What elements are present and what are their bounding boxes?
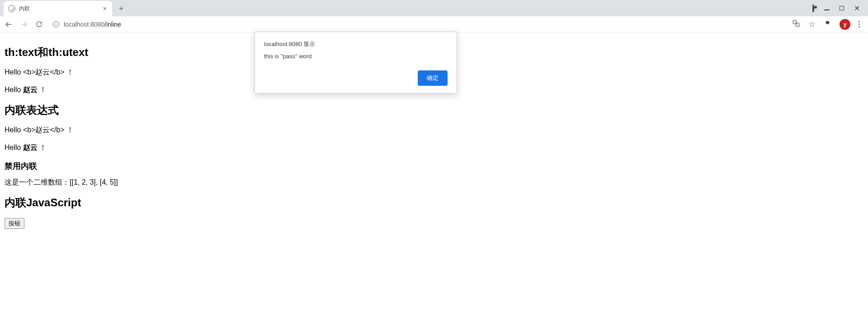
account-icon[interactable] xyxy=(812,5,814,12)
heading-disable-inline: 禁用内联 xyxy=(5,161,863,172)
arrow-right-icon xyxy=(20,20,28,28)
window-controls: ✕ xyxy=(812,0,868,16)
text-bold: 赵云 xyxy=(23,86,38,93)
paragraph-unescaped-2: Hello 赵云 ！ xyxy=(5,143,863,153)
url-host: localhost: xyxy=(64,21,90,28)
text-suffix: ！ xyxy=(38,144,47,151)
url-path: /inline xyxy=(104,21,121,28)
dialog-message: this is "pass" word xyxy=(264,53,448,60)
url-port: 8080 xyxy=(90,21,104,28)
browser-tab[interactable]: 内联 × xyxy=(4,1,112,16)
kebab-menu-icon[interactable] xyxy=(859,19,860,29)
paragraph-escaped-2: Hello <b>赵云</b> ！ xyxy=(5,125,863,135)
maximize-icon[interactable] xyxy=(840,5,844,12)
new-tab-button[interactable]: + xyxy=(115,2,127,15)
reload-icon xyxy=(35,20,43,28)
address-bar[interactable]: i localhost:8080/inline xyxy=(50,21,785,28)
extensions-icon[interactable] xyxy=(824,20,831,29)
url-text: localhost:8080/inline xyxy=(64,21,121,28)
arrow-left-icon xyxy=(5,20,13,28)
dialog-actions: 确定 xyxy=(264,70,448,86)
browser-toolbar: i localhost:8080/inline ☆ y xyxy=(0,16,868,33)
heading-inline-js: 内联JavaScript xyxy=(5,195,863,210)
reload-button[interactable] xyxy=(35,20,43,28)
text-prefix: Hello xyxy=(5,86,23,93)
translate-icon[interactable] xyxy=(792,19,800,29)
tab-title: 内联 xyxy=(19,5,102,13)
dialog-title: localhost:8080 显示 xyxy=(264,40,448,48)
dialog-ok-button[interactable]: 确定 xyxy=(418,70,448,86)
text-suffix: ！ xyxy=(38,86,47,93)
js-alert-dialog: localhost:8080 显示 this is "pass" word 确定 xyxy=(255,32,457,93)
trigger-button[interactable]: 按钮 xyxy=(5,218,24,229)
heading-inline-expr: 内联表达式 xyxy=(5,103,863,117)
text-prefix: Hello xyxy=(5,144,23,151)
close-icon[interactable]: × xyxy=(102,4,108,13)
window-close-icon[interactable]: ✕ xyxy=(854,4,860,13)
bookmark-icon[interactable]: ☆ xyxy=(808,19,816,29)
minimize-icon[interactable] xyxy=(824,5,830,12)
back-button[interactable] xyxy=(5,20,13,28)
profile-avatar[interactable]: y xyxy=(840,19,850,30)
browser-tab-strip: 内联 × + ✕ xyxy=(0,0,868,16)
site-info-icon[interactable]: i xyxy=(53,21,59,28)
globe-icon xyxy=(8,5,15,12)
toolbar-right: ☆ y xyxy=(792,19,863,30)
paragraph-array: 这是一个二维数组：[[1, 2, 3], [4, 5]] xyxy=(5,178,863,187)
text-bold: 赵云 xyxy=(23,144,38,151)
forward-button[interactable] xyxy=(20,20,28,28)
